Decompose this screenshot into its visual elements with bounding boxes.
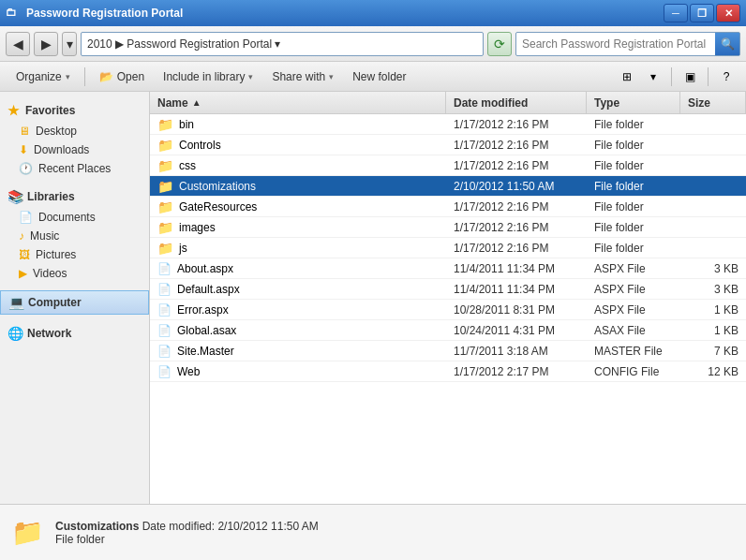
sidebar-item-videos[interactable]: ▶ Videos [0,264,149,283]
main-content: ★ Favorites 🖥 Desktop ⬇ Downloads 🕐 Rece… [0,92,746,504]
forward-button[interactable]: ▶ [34,32,58,56]
libraries-icon: 📚 [7,189,23,204]
include-in-library-button[interactable]: Include in library ▾ [155,66,261,88]
file-type-cell: ASAX File [587,324,680,337]
close-button[interactable]: ✕ [716,4,740,22]
sidebar-item-music[interactable]: ♪ Music [0,227,149,245]
pictures-icon: 🖼 [19,248,30,261]
window-title: Password Registration Portal [26,7,664,20]
open-button[interactable]: 📂 Open [91,66,153,88]
folder-icon: 📁 [157,158,173,173]
maximize-button[interactable]: ❐ [690,4,714,22]
file-type-cell: File folder [587,159,680,172]
file-type-cell: ASPX File [587,262,680,275]
file-type-cell: File folder [587,200,680,214]
table-row[interactable]: 📁 js 1/17/2012 2:16 PM File folder [150,238,746,258]
table-row[interactable]: 📄 Web 1/17/2012 2:17 PM CONFIG File 12 K… [150,361,746,382]
network-icon: 🌐 [7,326,23,341]
file-type-cell: MASTER File [587,345,680,358]
share-with-button[interactable]: Share with ▾ [263,66,342,88]
table-row[interactable]: 📁 Controls 1/17/2012 2:16 PM File folder [150,135,746,155]
preview-pane-button[interactable]: ▣ [678,66,702,88]
breadcrumb-text: 2010 ▶ Password Registration Portal ▾ [87,37,280,51]
table-row[interactable]: 📁 GateResources 1/17/2012 2:16 PM File f… [150,197,746,217]
search-button[interactable]: 🔍 [715,33,739,55]
column-header-date[interactable]: Date modified [446,92,587,113]
videos-icon: ▶ [19,267,27,280]
table-row[interactable]: 📁 css 1/17/2012 2:16 PM File folder [150,155,746,176]
computer-icon: 💻 [8,295,24,310]
file-name-cell: 📄 About.aspx [150,262,446,275]
search-input[interactable] [516,37,715,51]
file-icon: 📄 [157,365,172,378]
file-list-header: Name ▲ Date modified Type Size [150,92,746,114]
folder-icon: 📁 [157,199,173,214]
status-details: Date modified: 2/10/2012 11:50 AM [142,520,319,533]
table-row[interactable]: 📁 Customizations 2/10/2012 11:50 AM File… [150,176,746,197]
status-bar: 📁 Customizations Date modified: 2/10/201… [0,504,746,560]
table-row[interactable]: 📄 About.aspx 11/4/2011 11:34 PM ASPX Fil… [150,258,746,279]
view-dropdown-button[interactable]: ▾ [641,66,665,88]
toolbar-right: ⊞ ▾ ▣ ? [615,66,739,88]
file-date-cell: 1/17/2012 2:16 PM [446,200,587,214]
sidebar: ★ Favorites 🖥 Desktop ⬇ Downloads 🕐 Rece… [0,92,150,504]
back-button[interactable]: ◀ [6,32,30,56]
toolbar-separator-2 [671,67,672,86]
organize-dropdown-arrow: ▾ [66,72,70,81]
computer-section: 💻 Computer [0,290,149,315]
help-button[interactable]: ? [714,66,739,88]
file-name-text: Default.aspx [177,283,240,296]
file-date-cell: 10/28/2011 8:31 PM [446,303,587,317]
organize-button[interactable]: Organize ▾ [7,66,79,88]
file-icon: 📄 [157,283,172,296]
file-date-cell: 1/17/2012 2:16 PM [446,139,587,152]
sidebar-item-downloads[interactable]: ⬇ Downloads [0,140,149,159]
desktop-icon: 🖥 [19,125,30,138]
breadcrumb[interactable]: 2010 ▶ Password Registration Portal ▾ [81,32,484,56]
folder-icon: 📁 [157,241,173,256]
new-folder-button[interactable]: New folder [344,66,414,88]
file-name-text: Error.aspx [177,303,229,317]
view-options-button[interactable]: ⊞ [615,66,639,88]
file-icon: 📄 [157,324,172,337]
table-row[interactable]: 📄 Global.asax 10/24/2011 4:31 PM ASAX Fi… [150,320,746,341]
table-row[interactable]: 📄 Error.aspx 10/28/2011 8:31 PM ASPX Fil… [150,300,746,320]
library-dropdown-arrow: ▾ [248,72,253,81]
share-dropdown-arrow: ▾ [329,72,334,81]
file-date-cell: 11/4/2011 11:34 PM [446,262,587,275]
sidebar-item-network[interactable]: 🌐 Network [0,322,149,345]
column-header-type[interactable]: Type [587,92,680,113]
sidebar-item-computer[interactable]: 💻 Computer [0,290,149,315]
file-type-cell: CONFIG File [587,365,680,378]
libraries-section: 📚 Libraries 📄 Documents ♪ Music 🖼 Pictur… [0,185,149,283]
open-icon: 📂 [99,70,113,83]
window-controls: ─ ❐ ✕ [664,4,740,22]
column-header-size[interactable]: Size [680,92,746,113]
file-type-cell: File folder [587,221,680,234]
column-header-name[interactable]: Name ▲ [150,92,446,113]
file-list: 📁 bin 1/17/2012 2:16 PM File folder 📁 Co… [150,114,746,504]
file-type-cell: File folder [587,139,680,152]
table-row[interactable]: 📁 images 1/17/2012 2:16 PM File folder [150,217,746,238]
file-name-cell: 📁 bin [150,117,446,132]
music-icon: ♪ [19,229,24,243]
file-name-cell: 📁 css [150,158,446,173]
search-box: 🔍 [515,32,740,56]
sidebar-item-desktop[interactable]: 🖥 Desktop [0,122,149,140]
file-date-cell: 2/10/2012 11:50 AM [446,180,587,193]
table-row[interactable]: 📄 Site.Master 11/7/2011 3:18 AM MASTER F… [150,341,746,361]
file-name-text: Customizations [179,180,256,193]
refresh-button[interactable]: ⟳ [487,32,512,56]
file-date-cell: 1/17/2012 2:16 PM [446,118,587,131]
sidebar-item-pictures[interactable]: 🖼 Pictures [0,245,149,264]
sidebar-item-documents[interactable]: 📄 Documents [0,208,149,227]
dropdown-button[interactable]: ▾ [62,32,77,56]
minimize-button[interactable]: ─ [664,4,688,22]
table-row[interactable]: 📄 Default.aspx 11/4/2011 11:34 PM ASPX F… [150,279,746,300]
status-type: File folder [55,533,319,546]
file-name-cell: 📁 images [150,220,446,235]
table-row[interactable]: 📁 bin 1/17/2012 2:16 PM File folder [150,114,746,135]
sidebar-item-recent-places[interactable]: 🕐 Recent Places [0,159,149,178]
libraries-header[interactable]: 📚 Libraries [0,185,149,208]
network-section: 🌐 Network [0,322,149,345]
